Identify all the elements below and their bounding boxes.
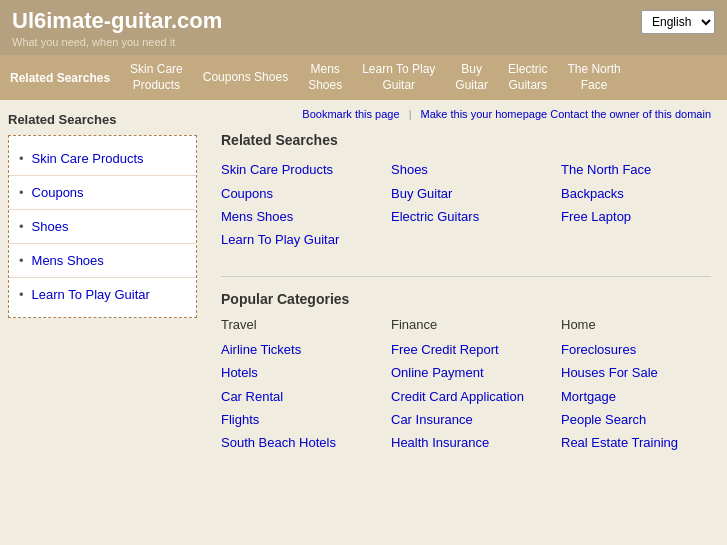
top-links: Bookmark this page | Make this your home… <box>221 108 711 120</box>
bullet-icon: • <box>19 287 24 302</box>
nav-item-mens-shoes[interactable]: MensShoes <box>298 59 352 96</box>
section-divider <box>221 276 711 277</box>
content: Bookmark this page | Make this your home… <box>205 100 727 471</box>
sidebar-link-coupons[interactable]: Coupons <box>32 185 84 200</box>
related-link-skin-care[interactable]: Skin Care Products <box>221 158 371 181</box>
finance-column: Finance Free Credit Report Online Paymen… <box>391 317 541 455</box>
language-selector[interactable]: English <box>641 10 715 34</box>
related-col-1: Shoes Buy Guitar Electric Guitars <box>391 158 541 252</box>
navbar: Related Searches Skin CareProducts Coupo… <box>0 55 727 100</box>
popular-categories-title: Popular Categories <box>221 291 711 307</box>
bullet-icon: • <box>19 185 24 200</box>
finance-link-credit-report[interactable]: Free Credit Report <box>391 338 541 361</box>
contact-link[interactable]: Contact the owner of this domain <box>550 108 711 120</box>
nav-item-electric-guitars[interactable]: ElectricGuitars <box>498 59 557 96</box>
related-link-electric-guitars[interactable]: Electric Guitars <box>391 205 541 228</box>
nav-related-label: Related Searches <box>10 68 120 88</box>
related-link-shoes[interactable]: Shoes <box>391 158 541 181</box>
related-link-buy-guitar[interactable]: Buy Guitar <box>391 182 541 205</box>
sidebar-item-coupons[interactable]: • Coupons <box>9 176 196 210</box>
nav-item-skin-care[interactable]: Skin CareProducts <box>120 59 193 96</box>
nav-item-north-face[interactable]: The NorthFace <box>557 59 630 96</box>
sidebar-link-shoes[interactable]: Shoes <box>32 219 69 234</box>
travel-link-airline[interactable]: Airline Tickets <box>221 338 371 361</box>
finance-link-credit-card[interactable]: Credit Card Application <box>391 385 541 408</box>
related-searches-title: Related Searches <box>221 132 711 148</box>
home-link-people-search[interactable]: People Search <box>561 408 711 431</box>
finance-link-online-payment[interactable]: Online Payment <box>391 361 541 384</box>
finance-heading: Finance <box>391 317 541 332</box>
site-title[interactable]: Ul6imate-guitar.com <box>12 8 715 34</box>
separator: | <box>409 108 412 120</box>
nav-item-buy-guitar[interactable]: BuyGuitar <box>445 59 498 96</box>
sidebar-link-mens-shoes[interactable]: Mens Shoes <box>32 253 104 268</box>
nav-item-learn-guitar[interactable]: Learn To PlayGuitar <box>352 59 445 96</box>
bullet-icon: • <box>19 151 24 166</box>
tagline: What you need, when you need it <box>12 36 175 48</box>
related-link-north-face[interactable]: The North Face <box>561 158 711 181</box>
sidebar-list: • Skin Care Products • Coupons • Shoes •… <box>8 135 197 318</box>
travel-link-south-beach[interactable]: South Beach Hotels <box>221 431 371 454</box>
related-link-free-laptop[interactable]: Free Laptop <box>561 205 711 228</box>
header: Ul6imate-guitar.com What you need, when … <box>0 0 727 55</box>
sidebar-item-skin-care[interactable]: • Skin Care Products <box>9 142 196 176</box>
related-link-learn-guitar[interactable]: Learn To Play Guitar <box>221 228 371 251</box>
sidebar-item-shoes[interactable]: • Shoes <box>9 210 196 244</box>
related-link-mens-shoes[interactable]: Mens Shoes <box>221 205 371 228</box>
sidebar-link-skin-care[interactable]: Skin Care Products <box>32 151 144 166</box>
home-column: Home Foreclosures Houses For Sale Mortga… <box>561 317 711 455</box>
categories-grid: Travel Airline Tickets Hotels Car Rental… <box>221 317 711 455</box>
sidebar-link-learn-guitar[interactable]: Learn To Play Guitar <box>32 287 150 302</box>
sidebar-title: Related Searches <box>8 112 197 127</box>
related-link-backpacks[interactable]: Backpacks <box>561 182 711 205</box>
home-link-foreclosures[interactable]: Foreclosures <box>561 338 711 361</box>
home-link-mortgage[interactable]: Mortgage <box>561 385 711 408</box>
travel-link-flights[interactable]: Flights <box>221 408 371 431</box>
bullet-icon: • <box>19 253 24 268</box>
sidebar-item-mens-shoes[interactable]: • Mens Shoes <box>9 244 196 278</box>
travel-link-car-rental[interactable]: Car Rental <box>221 385 371 408</box>
home-heading: Home <box>561 317 711 332</box>
home-link-houses-for-sale[interactable]: Houses For Sale <box>561 361 711 384</box>
travel-column: Travel Airline Tickets Hotels Car Rental… <box>221 317 371 455</box>
finance-link-car-insurance[interactable]: Car Insurance <box>391 408 541 431</box>
homepage-link[interactable]: Make this your homepage <box>421 108 548 120</box>
related-searches-grid: Skin Care Products Coupons Mens Shoes Le… <box>221 158 711 252</box>
related-col-0: Skin Care Products Coupons Mens Shoes Le… <box>221 158 371 252</box>
nav-item-coupons-shoes[interactable]: Coupons Shoes <box>193 67 298 89</box>
travel-link-hotels[interactable]: Hotels <box>221 361 371 384</box>
main: Related Searches • Skin Care Products • … <box>0 100 727 471</box>
related-col-2: The North Face Backpacks Free Laptop <box>561 158 711 252</box>
bullet-icon: • <box>19 219 24 234</box>
sidebar: Related Searches • Skin Care Products • … <box>0 100 205 471</box>
home-link-real-estate[interactable]: Real Estate Training <box>561 431 711 454</box>
bookmark-link[interactable]: Bookmark this page <box>302 108 399 120</box>
finance-link-health-insurance[interactable]: Health Insurance <box>391 431 541 454</box>
travel-heading: Travel <box>221 317 371 332</box>
sidebar-item-learn-guitar[interactable]: • Learn To Play Guitar <box>9 278 196 311</box>
related-link-coupons[interactable]: Coupons <box>221 182 371 205</box>
